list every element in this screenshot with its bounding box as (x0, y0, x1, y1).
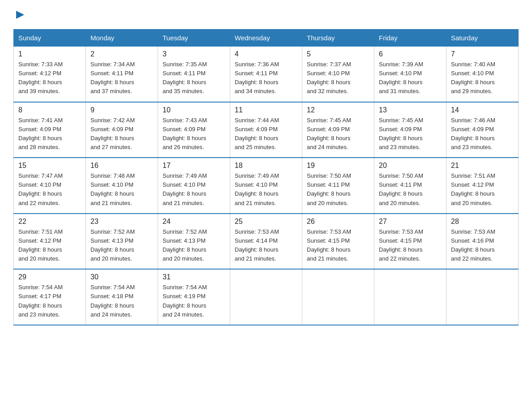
calendar-day-cell: 17 Sunrise: 7:49 AM Sunset: 4:10 PM Dayl… (158, 158, 230, 214)
day-number: 3 (163, 50, 225, 58)
day-info: Sunrise: 7:49 AM Sunset: 4:10 PM Dayligh… (163, 171, 225, 208)
day-info: Sunrise: 7:45 AM Sunset: 4:09 PM Dayligh… (307, 116, 369, 152)
day-info: Sunrise: 7:39 AM Sunset: 4:10 PM Dayligh… (379, 60, 442, 96)
calendar-day-cell: 28 Sunrise: 7:53 AM Sunset: 4:16 PM Dayl… (446, 214, 519, 270)
day-number: 27 (379, 218, 442, 226)
calendar-day-cell: 26 Sunrise: 7:53 AM Sunset: 4:15 PM Dayl… (302, 214, 374, 270)
day-info: Sunrise: 7:53 AM Sunset: 4:15 PM Dayligh… (379, 227, 442, 264)
day-info: Sunrise: 7:49 AM Sunset: 4:10 PM Dayligh… (235, 171, 297, 208)
day-number: 8 (18, 106, 81, 114)
svg-marker-0 (16, 11, 24, 19)
day-info: Sunrise: 7:52 AM Sunset: 4:13 PM Dayligh… (90, 227, 153, 264)
day-info: Sunrise: 7:53 AM Sunset: 4:14 PM Dayligh… (235, 227, 297, 264)
calendar-table: SundayMondayTuesdayWednesdayThursdayFrid… (13, 29, 519, 325)
calendar-day-cell: 31 Sunrise: 7:54 AM Sunset: 4:19 PM Dayl… (158, 269, 230, 325)
day-number: 26 (307, 218, 369, 226)
calendar-day-cell: 24 Sunrise: 7:52 AM Sunset: 4:13 PM Dayl… (158, 214, 230, 270)
day-info: Sunrise: 7:54 AM Sunset: 4:19 PM Dayligh… (163, 283, 225, 319)
day-number: 18 (235, 162, 297, 170)
calendar-day-cell: 10 Sunrise: 7:43 AM Sunset: 4:09 PM Dayl… (158, 102, 230, 158)
day-number: 19 (307, 162, 369, 170)
day-info: Sunrise: 7:50 AM Sunset: 4:11 PM Dayligh… (307, 171, 369, 208)
day-number: 7 (451, 50, 514, 58)
day-info: Sunrise: 7:52 AM Sunset: 4:13 PM Dayligh… (163, 227, 225, 264)
calendar-week-row: 22 Sunrise: 7:51 AM Sunset: 4:12 PM Dayl… (14, 214, 519, 270)
day-number: 30 (90, 273, 153, 281)
day-info: Sunrise: 7:50 AM Sunset: 4:11 PM Dayligh… (379, 171, 442, 208)
day-info: Sunrise: 7:43 AM Sunset: 4:09 PM Dayligh… (163, 116, 225, 152)
day-info: Sunrise: 7:51 AM Sunset: 4:12 PM Dayligh… (18, 227, 81, 264)
day-of-week-header: Monday (86, 30, 158, 47)
day-info: Sunrise: 7:48 AM Sunset: 4:10 PM Dayligh… (90, 171, 153, 208)
day-number: 29 (18, 273, 81, 281)
day-number: 31 (163, 273, 225, 281)
day-info: Sunrise: 7:36 AM Sunset: 4:11 PM Dayligh… (235, 60, 297, 96)
calendar-day-cell: 22 Sunrise: 7:51 AM Sunset: 4:12 PM Dayl… (14, 214, 86, 270)
day-number: 25 (235, 218, 297, 226)
day-info: Sunrise: 7:44 AM Sunset: 4:09 PM Dayligh… (235, 116, 297, 152)
day-number: 2 (90, 50, 153, 58)
day-info: Sunrise: 7:54 AM Sunset: 4:18 PM Dayligh… (90, 283, 153, 319)
calendar-day-cell: 18 Sunrise: 7:49 AM Sunset: 4:10 PM Dayl… (230, 158, 302, 214)
day-number: 10 (163, 106, 225, 114)
day-number: 1 (18, 50, 81, 58)
calendar-day-cell: 14 Sunrise: 7:46 AM Sunset: 4:09 PM Dayl… (446, 102, 519, 158)
day-number: 5 (307, 50, 369, 58)
day-info: Sunrise: 7:37 AM Sunset: 4:10 PM Dayligh… (307, 60, 369, 96)
calendar-header-row: SundayMondayTuesdayWednesdayThursdayFrid… (14, 30, 519, 47)
day-of-week-header: Wednesday (230, 30, 302, 47)
calendar-day-cell: 5 Sunrise: 7:37 AM Sunset: 4:10 PM Dayli… (302, 47, 374, 102)
day-number: 16 (90, 162, 153, 170)
calendar-day-cell: 27 Sunrise: 7:53 AM Sunset: 4:15 PM Dayl… (374, 214, 446, 270)
day-number: 14 (451, 106, 514, 114)
calendar-week-row: 8 Sunrise: 7:41 AM Sunset: 4:09 PM Dayli… (14, 102, 519, 158)
day-number: 21 (451, 162, 514, 170)
day-number: 23 (90, 218, 153, 226)
day-of-week-header: Saturday (446, 30, 519, 47)
day-number: 22 (18, 218, 81, 226)
calendar-day-cell: 16 Sunrise: 7:48 AM Sunset: 4:10 PM Dayl… (86, 158, 158, 214)
day-of-week-header: Tuesday (158, 30, 230, 47)
day-info: Sunrise: 7:47 AM Sunset: 4:10 PM Dayligh… (18, 171, 81, 208)
calendar-day-cell: 25 Sunrise: 7:53 AM Sunset: 4:14 PM Dayl… (230, 214, 302, 270)
day-info: Sunrise: 7:54 AM Sunset: 4:17 PM Dayligh… (18, 283, 81, 319)
calendar-day-cell: 21 Sunrise: 7:51 AM Sunset: 4:12 PM Dayl… (446, 158, 519, 214)
day-number: 15 (18, 162, 81, 170)
logo-triangle-icon (15, 10, 25, 20)
day-info: Sunrise: 7:51 AM Sunset: 4:12 PM Dayligh… (451, 171, 514, 208)
day-number: 13 (379, 106, 442, 114)
day-info: Sunrise: 7:40 AM Sunset: 4:10 PM Dayligh… (451, 60, 514, 96)
calendar-day-cell: 8 Sunrise: 7:41 AM Sunset: 4:09 PM Dayli… (14, 102, 86, 158)
day-info: Sunrise: 7:53 AM Sunset: 4:16 PM Dayligh… (451, 227, 514, 264)
day-info: Sunrise: 7:46 AM Sunset: 4:09 PM Dayligh… (451, 116, 514, 152)
calendar-day-cell: 23 Sunrise: 7:52 AM Sunset: 4:13 PM Dayl… (86, 214, 158, 270)
calendar-day-cell: 6 Sunrise: 7:39 AM Sunset: 4:10 PM Dayli… (374, 47, 446, 102)
calendar-day-cell: 20 Sunrise: 7:50 AM Sunset: 4:11 PM Dayl… (374, 158, 446, 214)
day-number: 28 (451, 218, 514, 226)
day-of-week-header: Friday (374, 30, 446, 47)
day-number: 20 (379, 162, 442, 170)
day-number: 11 (235, 106, 297, 114)
day-number: 24 (163, 218, 225, 226)
calendar-day-cell (230, 269, 302, 325)
day-info: Sunrise: 7:45 AM Sunset: 4:09 PM Dayligh… (379, 116, 442, 152)
calendar-day-cell: 3 Sunrise: 7:35 AM Sunset: 4:11 PM Dayli… (158, 47, 230, 102)
calendar-week-row: 15 Sunrise: 7:47 AM Sunset: 4:10 PM Dayl… (14, 158, 519, 214)
calendar-day-cell: 15 Sunrise: 7:47 AM Sunset: 4:10 PM Dayl… (14, 158, 86, 214)
day-number: 6 (379, 50, 442, 58)
day-info: Sunrise: 7:53 AM Sunset: 4:15 PM Dayligh… (307, 227, 369, 264)
day-info: Sunrise: 7:42 AM Sunset: 4:09 PM Dayligh… (90, 116, 153, 152)
calendar-day-cell: 1 Sunrise: 7:33 AM Sunset: 4:12 PM Dayli… (14, 47, 86, 102)
calendar-day-cell: 29 Sunrise: 7:54 AM Sunset: 4:17 PM Dayl… (14, 269, 86, 325)
day-number: 12 (307, 106, 369, 114)
day-info: Sunrise: 7:35 AM Sunset: 4:11 PM Dayligh… (163, 60, 225, 96)
day-info: Sunrise: 7:41 AM Sunset: 4:09 PM Dayligh… (18, 116, 81, 152)
calendar-day-cell (374, 269, 446, 325)
calendar-day-cell: 2 Sunrise: 7:34 AM Sunset: 4:11 PM Dayli… (86, 47, 158, 102)
day-of-week-header: Thursday (302, 30, 374, 47)
day-info: Sunrise: 7:34 AM Sunset: 4:11 PM Dayligh… (90, 60, 153, 96)
calendar-week-row: 29 Sunrise: 7:54 AM Sunset: 4:17 PM Dayl… (14, 269, 519, 325)
day-info: Sunrise: 7:33 AM Sunset: 4:12 PM Dayligh… (18, 60, 81, 96)
calendar-day-cell (446, 269, 519, 325)
calendar-day-cell: 11 Sunrise: 7:44 AM Sunset: 4:09 PM Dayl… (230, 102, 302, 158)
